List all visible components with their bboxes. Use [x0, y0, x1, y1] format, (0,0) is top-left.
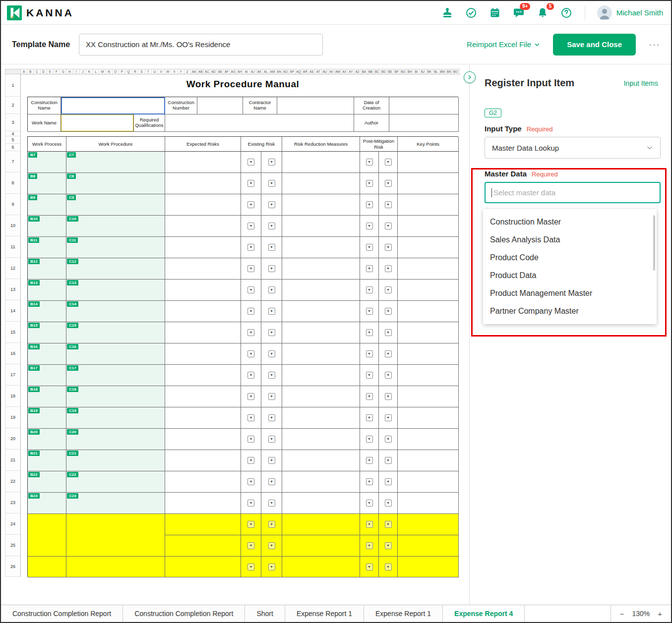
dropdown-arrow-icon[interactable]: ▾	[385, 244, 392, 251]
input-type-select[interactable]: Master Data Lookup	[485, 137, 661, 159]
dropdown-arrow-icon[interactable]: ▾	[247, 521, 254, 528]
dropdown-arrow-icon[interactable]: ▾	[247, 564, 254, 570]
cell-existing-risk[interactable]: ▾	[261, 343, 282, 365]
cell-work-procedure[interactable]: C20	[66, 429, 165, 450]
cell-expected-risks[interactable]	[165, 216, 241, 237]
info-label-construction_name[interactable]: Construction Name	[28, 97, 61, 114]
cell-post-mitigation-risk[interactable]: ▾	[360, 493, 379, 514]
cell-existing-risk[interactable]: ▾	[241, 322, 261, 343]
dropdown-arrow-icon[interactable]: ▾	[268, 223, 275, 229]
cell-post-mitigation-risk[interactable]: ▾	[379, 471, 398, 493]
cell-expected-risks[interactable]	[165, 322, 241, 343]
select-all-corner[interactable]	[5, 69, 21, 74]
cell-post-mitigation-risk[interactable]: ▾	[360, 471, 379, 493]
cell-risk-reduction-measures[interactable]	[282, 322, 360, 343]
cell-existing-risk[interactable]: ▾	[241, 343, 261, 365]
dropdown-arrow-icon[interactable]: ▾	[268, 350, 275, 357]
dropdown-arrow-icon[interactable]: ▾	[268, 436, 275, 443]
reimport-excel-link[interactable]: Reimport Excel File	[467, 40, 540, 49]
dropdown-arrow-icon[interactable]: ▾	[385, 414, 392, 421]
sheet-tab-5[interactable]: Expense Report 1	[364, 605, 443, 622]
cell-key-points[interactable]	[398, 258, 459, 280]
column-header-BG[interactable]: BG	[400, 69, 407, 74]
cell-risk-reduction-measures[interactable]	[282, 173, 360, 194]
cell-post-mitigation-risk[interactable]: ▾	[379, 386, 398, 407]
master-data-option[interactable]: Partner Company Master	[483, 302, 657, 320]
cell-post-mitigation-risk[interactable]: ▾	[379, 514, 398, 535]
cell-work-process[interactable]: B16	[28, 343, 66, 365]
row-header-7[interactable]: 7	[5, 151, 20, 172]
column-header-Z[interactable]: Z	[184, 69, 191, 74]
column-header-BN[interactable]: BN	[446, 69, 452, 74]
dropdown-arrow-icon[interactable]: ▾	[385, 223, 392, 229]
cell-work-process[interactable]: B12	[28, 258, 66, 280]
master-data-search-input[interactable]: Select master data	[485, 182, 661, 203]
column-header-X[interactable]: X	[171, 69, 178, 74]
cell-post-mitigation-risk[interactable]: ▾	[360, 216, 379, 237]
cell-key-points[interactable]	[398, 386, 459, 407]
cell-work-procedure[interactable]: C14	[66, 301, 165, 322]
sheet-tab-3[interactable]: Short	[245, 605, 285, 622]
cell-post-mitigation-risk[interactable]: ▾	[360, 407, 379, 429]
column-header-AU[interactable]: AU	[322, 69, 328, 74]
cell-expected-risks[interactable]	[165, 557, 241, 577]
column-header-V[interactable]: V	[158, 69, 165, 74]
column-header-R[interactable]: R	[132, 69, 138, 74]
cell-risk-reduction-measures[interactable]	[282, 258, 360, 280]
cell-post-mitigation-risk[interactable]: ▾	[379, 322, 398, 343]
dropdown-arrow-icon[interactable]: ▾	[268, 414, 275, 421]
dropdown-arrow-icon[interactable]: ▾	[385, 265, 392, 272]
cell-key-points[interactable]	[398, 343, 459, 365]
dropdown-arrow-icon[interactable]: ▾	[366, 265, 373, 272]
cell-risk-reduction-measures[interactable]	[282, 535, 360, 557]
cell-work-process[interactable]: B14	[28, 301, 66, 322]
cell-work-procedure[interactable]: C15	[66, 322, 165, 343]
cell-work-procedure[interactable]: C7	[66, 152, 165, 173]
cell-post-mitigation-risk[interactable]: ▾	[360, 301, 379, 322]
cell-existing-risk[interactable]: ▾	[241, 429, 261, 450]
cell-work-procedure-merged[interactable]	[66, 514, 165, 557]
cell-risk-reduction-measures[interactable]	[282, 429, 360, 450]
column-header-E[interactable]: E	[47, 69, 54, 74]
dropdown-arrow-icon[interactable]: ▾	[268, 500, 275, 507]
dropdown-arrow-icon[interactable]: ▾	[385, 308, 392, 315]
selected-cell[interactable]	[61, 97, 165, 114]
column-header-Q[interactable]: Q	[125, 69, 132, 74]
dropdown-arrow-icon[interactable]: ▾	[247, 414, 254, 421]
cell-existing-risk[interactable]: ▾	[261, 280, 282, 301]
column-header-AX[interactable]: AX	[341, 69, 348, 74]
sheet-tab-6[interactable]: Expense Report 4	[443, 605, 525, 622]
column-header-AE[interactable]: AE	[217, 69, 224, 74]
info-label-date_of_creation[interactable]: Date of Creation	[354, 97, 389, 114]
cell-post-mitigation-risk[interactable]: ▾	[379, 237, 398, 258]
cell-work-process[interactable]	[28, 557, 66, 577]
cell-work-process[interactable]: B11	[28, 237, 66, 258]
cell-post-mitigation-risk[interactable]: ▾	[379, 280, 398, 301]
dropdown-arrow-icon[interactable]: ▾	[268, 564, 275, 570]
dropdown-arrow-icon[interactable]: ▾	[385, 457, 392, 464]
dropdown-arrow-icon[interactable]: ▾	[247, 500, 254, 507]
cell-work-procedure[interactable]: C16	[66, 343, 165, 365]
dropdown-arrow-icon[interactable]: ▾	[247, 286, 254, 293]
cell-key-points[interactable]	[398, 173, 459, 194]
cell-work-process[interactable]: B8	[28, 173, 66, 194]
cell-post-mitigation-risk[interactable]: ▾	[379, 535, 398, 557]
dropdown-arrow-icon[interactable]: ▾	[385, 201, 392, 208]
info-cell[interactable]	[389, 97, 459, 114]
cell-post-mitigation-risk[interactable]: ▾	[360, 535, 379, 557]
cell-work-process[interactable]: B7	[28, 152, 66, 173]
dropdown-arrow-icon[interactable]: ▾	[366, 393, 373, 400]
dropdown-arrow-icon[interactable]: ▾	[247, 223, 254, 229]
cell-existing-risk[interactable]: ▾	[241, 557, 261, 577]
dropdown-arrow-icon[interactable]: ▾	[366, 564, 373, 570]
cell-work-process[interactable]: B18	[28, 386, 66, 407]
row-header-11[interactable]: 11	[5, 236, 20, 258]
cell-risk-reduction-measures[interactable]	[282, 194, 360, 216]
cell-existing-risk[interactable]: ▾	[261, 237, 282, 258]
row-header-12[interactable]: 12	[5, 258, 20, 279]
cell-work-process[interactable]: B13	[28, 280, 66, 301]
cell-key-points[interactable]	[398, 280, 459, 301]
dropdown-arrow-icon[interactable]: ▾	[268, 244, 275, 251]
dropdown-arrow-icon[interactable]: ▾	[366, 457, 373, 464]
cell-post-mitigation-risk[interactable]: ▾	[379, 493, 398, 514]
